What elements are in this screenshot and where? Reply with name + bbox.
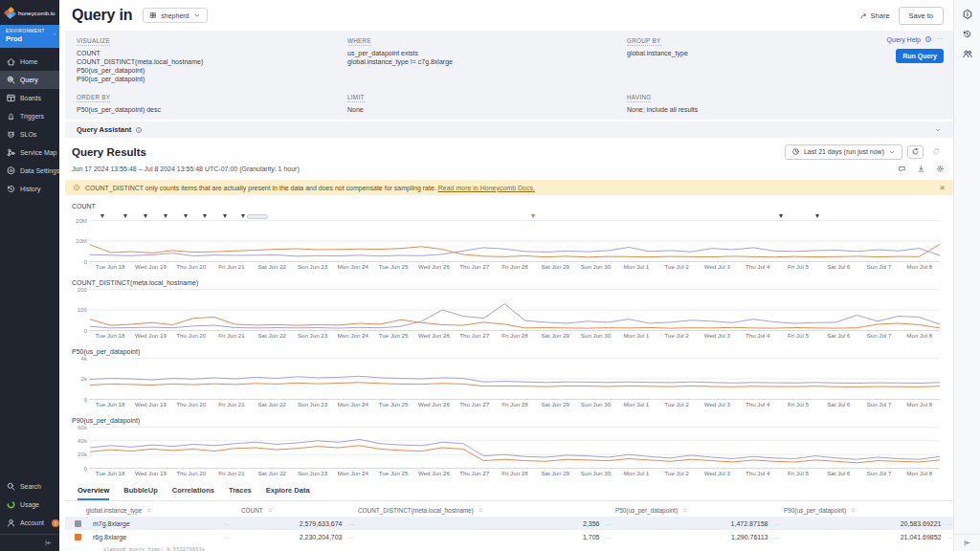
rail-collapse-bar[interactable] (954, 534, 980, 551)
share-button[interactable]: Share (859, 11, 890, 20)
more-menu-icon[interactable]: ⋯ (936, 35, 944, 43)
query-clause-where[interactable]: WHEREus_per_datapoint existsglobal.insta… (347, 36, 627, 83)
column-header[interactable]: P50(us_per_datapoint) (612, 507, 780, 514)
query-clause-limit[interactable]: LIMITNone (347, 93, 627, 114)
query-clause-line[interactable]: None; include all results (627, 105, 942, 114)
servicemap-icon (6, 147, 16, 158)
table-row[interactable]: r6g.8xlarge⋯2,230,204,703⋯1,705⋯1,290.76… (65, 530, 953, 543)
query-help-link[interactable]: Query Help (887, 36, 921, 43)
save-to-button[interactable]: Save to (899, 7, 944, 25)
chart-plot[interactable]: 4k2k0 (90, 358, 940, 400)
sidebar-item-data-settings[interactable]: Data Settings (0, 162, 59, 180)
query-assistant-row[interactable]: Query Assistant (65, 121, 953, 138)
sidebar-item-boards[interactable]: Boards (0, 89, 59, 107)
sidebar-item-query[interactable]: Query (0, 71, 59, 89)
close-icon[interactable]: ✕ (939, 184, 946, 192)
sort-icon[interactable] (681, 507, 688, 514)
sort-icon[interactable] (267, 507, 274, 514)
main-content: Query in shepherd Share Save to VISUALIZ… (59, 0, 953, 551)
marker-triangle-icon[interactable] (223, 214, 227, 218)
sidebar-item-slos[interactable]: SLOs (0, 125, 59, 143)
chart-plot[interactable]: 2001000 (90, 289, 940, 331)
marker-triangle-icon[interactable] (531, 214, 535, 218)
instance-type: r6g.8xlarge (93, 534, 126, 540)
tab-traces[interactable]: Traces (229, 486, 252, 500)
marker-triangle-icon[interactable] (123, 214, 127, 218)
info-hex-icon[interactable] (962, 9, 973, 20)
home-icon (6, 56, 16, 67)
x-axis-label: Mon Jul 1 (616, 332, 657, 341)
banner-docs-link[interactable]: Read more in Honeycomb Docs. (438, 185, 535, 191)
table-header-row: global.instance_typeCOUNTCOUNT_DISTINCT(… (65, 504, 953, 517)
marker-triangle-icon[interactable] (144, 214, 147, 218)
environment-label: ENVIRONMENT (6, 29, 54, 33)
marker-triangle-icon[interactable] (241, 214, 245, 218)
chart-title: P90(us_per_datapoint) (72, 417, 953, 425)
time-range-dropdown[interactable]: Last 21 days (run just now) (785, 144, 902, 160)
dataset-name: shepherd (161, 12, 189, 19)
query-clause-order-by[interactable]: ORDER BYP50(us_per_datapoint) desc (77, 93, 347, 114)
sidebar-collapse-bar[interactable] (0, 534, 59, 551)
x-axis-label: Wed Jun 19 (130, 332, 170, 341)
run-query-button[interactable]: Run Query (896, 49, 944, 63)
query-clause-line[interactable]: global.instance_type != c7g.8xlarge (347, 57, 627, 66)
marker-triangle-icon[interactable] (164, 214, 167, 218)
dataset-selector[interactable]: shepherd (143, 8, 207, 23)
tab-overview[interactable]: Overview (78, 486, 109, 500)
column-header[interactable]: COUNT (237, 507, 354, 514)
sidebar-item-history[interactable]: History (0, 180, 59, 198)
y-axis-label: 20M (66, 218, 87, 224)
cell-value: 20,583.69221 (901, 520, 942, 527)
team-icon[interactable] (962, 48, 973, 59)
marker-pill[interactable] (247, 214, 268, 219)
tab-bubbleup[interactable]: BubbleUp (123, 486, 157, 500)
x-axis-label: Fri Jun 21 (212, 332, 252, 341)
x-axis-label: Fri Jun 21 (212, 263, 252, 272)
query-clause-line[interactable]: P50(us_per_datapoint) (77, 66, 347, 75)
honeycomb-logo[interactable]: honeycomb.io (0, 0, 59, 25)
sort-icon[interactable] (478, 507, 484, 514)
sort-icon[interactable] (850, 507, 857, 514)
query-clause-line[interactable]: us_per_datapoint exists (347, 49, 627, 57)
x-axis-label: Thu Jun 20 (171, 332, 212, 341)
query-clause-visualize[interactable]: VISUALIZECOUNTCOUNT_DISTINCT(meta.local_… (77, 36, 347, 83)
column-header[interactable]: global.instance_type (65, 507, 237, 514)
x-axis-label: Sun Jun 30 (575, 332, 615, 341)
table-row[interactable]: m7g.8xlarge⋯2,579,633,674⋯2,356⋯1,472.87… (65, 517, 953, 530)
chart-plot[interactable]: 20M10M0 (90, 220, 940, 262)
query-clause-line[interactable]: P90(us_per_datapoint) (77, 75, 347, 83)
sidebar-item-search[interactable]: Search (0, 477, 59, 496)
sidebar-item-triggers[interactable]: Triggers (0, 107, 59, 125)
query-clause-line[interactable]: COUNT_DISTINCT(meta.local_hostname) (77, 57, 347, 66)
refresh-button[interactable] (907, 145, 924, 159)
sidebar-item-home[interactable]: Home (0, 53, 59, 71)
marker-triangle-icon[interactable] (100, 214, 104, 218)
query-clause-line[interactable]: P50(us_per_datapoint) desc (77, 105, 347, 114)
query-clause-having[interactable]: HAVINGNone; include all results (627, 93, 942, 114)
marker-triangle-icon[interactable] (203, 214, 207, 218)
x-axis-label: Sat Jun 22 (252, 332, 292, 341)
marker-triangle-icon[interactable] (779, 214, 783, 218)
chart-plot[interactable]: 60k40k20k0 (90, 427, 940, 469)
query-clause-line[interactable]: COUNT (77, 49, 347, 57)
tab-correlations[interactable]: Correlations (172, 486, 214, 500)
history-icon[interactable] (962, 29, 972, 39)
column-header[interactable]: P90(us_per_datapoint) (780, 507, 953, 514)
column-header[interactable]: COUNT_DISTINCT(meta.local_hostname) (354, 507, 612, 514)
x-axis-label: Sat Jun 29 (535, 263, 575, 272)
sidebar-item-service-map[interactable]: Service Map (0, 143, 59, 162)
sidebar-item-account[interactable]: Account3 (0, 514, 59, 532)
sort-icon[interactable] (145, 507, 152, 514)
topbar: Query in shepherd Share Save to (59, 0, 953, 31)
query-clause-line[interactable]: None (347, 105, 627, 114)
download-icon[interactable] (917, 165, 925, 173)
marker-triangle-icon[interactable] (184, 214, 188, 218)
sidebar-item-usage[interactable]: Usage (0, 496, 59, 514)
tab-explore-data[interactable]: Explore Data (266, 486, 310, 500)
comment-icon[interactable] (898, 165, 906, 173)
results-meta-row: Jun 17 2024 13:55:48 – Jul 8 2024 13:55:… (65, 164, 953, 173)
date-range-text: Jun 17 2024 13:55:48 – Jul 8 2024 13:55:… (72, 165, 300, 172)
environment-selector[interactable]: ENVIRONMENT Prod › (0, 25, 59, 48)
marker-triangle-icon[interactable] (815, 214, 819, 218)
gear-icon[interactable] (936, 165, 945, 173)
